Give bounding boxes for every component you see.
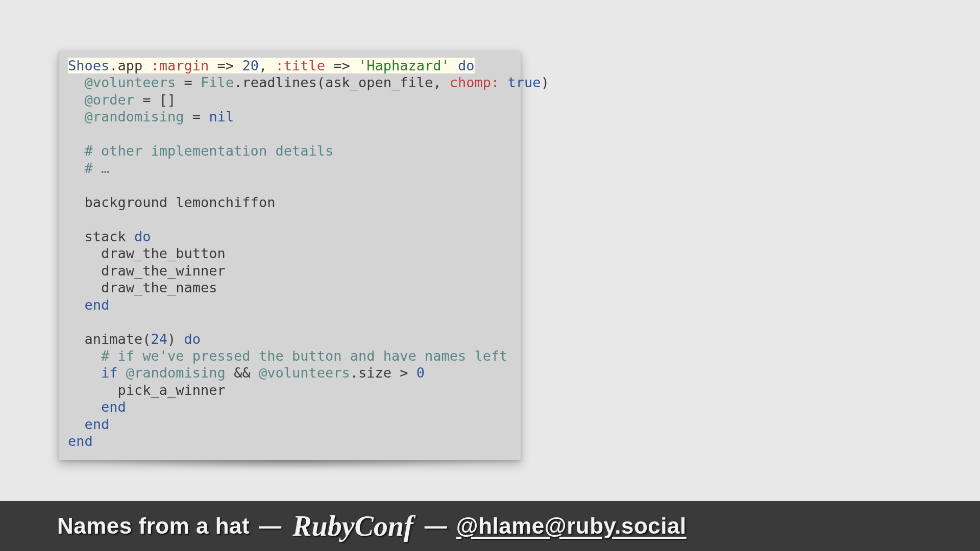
code-token: pick_a_winner (118, 382, 226, 398)
code-token: 20 (242, 58, 259, 73)
presentation-title: Names from a hat (57, 513, 250, 539)
social-handle-link[interactable]: @hlame@ruby.social (456, 513, 687, 539)
code-token (68, 92, 85, 108)
code-token: nil (209, 109, 234, 124)
code-token: stack (85, 229, 135, 244)
code-block: Shoes.app :margin => 20, :title => 'Haph… (68, 57, 511, 450)
code-token: @randomising (85, 109, 184, 124)
code-token: @randomising (126, 365, 226, 381)
code-token: do (134, 229, 151, 244)
code-token: true (508, 74, 541, 90)
code-token: do (184, 331, 201, 347)
code-token: => (209, 58, 242, 73)
code-token: 0 (416, 365, 425, 381)
code-token: draw_the_names (101, 280, 217, 295)
code-token: background lemonchiffon (85, 194, 276, 210)
code-token: = (176, 74, 201, 90)
code-card: Shoes.app :margin => 20, :title => 'Haph… (59, 51, 521, 460)
code-token: if (101, 365, 118, 381)
code-token: animate( (85, 331, 151, 347)
code-token: .size > (350, 365, 416, 381)
code-token: @volunteers (259, 365, 350, 381)
code-token: .readlines(ask_open_file, (234, 74, 450, 90)
code-token (68, 331, 85, 347)
code-token: do (458, 58, 475, 73)
code-token: 24 (151, 331, 168, 347)
code-token (68, 280, 101, 295)
code-token (499, 74, 507, 90)
code-token (68, 160, 85, 176)
code-token: = [] (134, 92, 176, 108)
code-token: end (68, 433, 93, 449)
code-token (68, 416, 85, 432)
code-token (68, 382, 118, 398)
code-token (68, 74, 85, 90)
code-token (68, 143, 85, 159)
separator-dash: — (259, 513, 281, 539)
code-token: File (201, 74, 234, 90)
conference-logo: RubyConf (290, 510, 415, 542)
code-token (68, 365, 101, 381)
code-token: :title (275, 58, 325, 73)
code-token: # other implementation details (85, 143, 334, 159)
code-token (68, 348, 101, 364)
code-token (68, 263, 101, 279)
code-token: @volunteers (85, 74, 176, 90)
code-token: ) (167, 331, 184, 347)
code-token: = (184, 109, 209, 124)
code-token (68, 297, 85, 313)
footer-bar: Names from a hat — RubyConf — @hlame@rub… (0, 501, 980, 551)
code-token: , (259, 58, 276, 73)
code-token: end (85, 297, 110, 313)
code-token (68, 229, 85, 244)
code-token: # … (85, 160, 110, 176)
code-token: end (101, 399, 126, 415)
code-token (450, 58, 458, 73)
code-token: 'Haphazard' (358, 58, 450, 73)
code-token: end (85, 416, 110, 432)
code-token: ) (541, 74, 549, 90)
code-token: # if we've pressed the button and have n… (101, 348, 508, 364)
code-token (68, 399, 101, 415)
code-token: :margin (151, 58, 209, 73)
code-token: .app (109, 58, 151, 73)
code-token (68, 109, 85, 124)
code-token: => (325, 58, 358, 73)
code-token: && (226, 365, 259, 381)
code-token (68, 245, 101, 261)
separator-dash: — (425, 513, 447, 539)
code-token: draw_the_button (101, 245, 226, 261)
code-token (68, 194, 85, 210)
code-token: Shoes (68, 58, 109, 73)
code-token (118, 365, 126, 381)
code-token: chomp: (450, 74, 500, 90)
code-token: draw_the_winner (101, 263, 226, 279)
code-token: @order (85, 92, 135, 108)
